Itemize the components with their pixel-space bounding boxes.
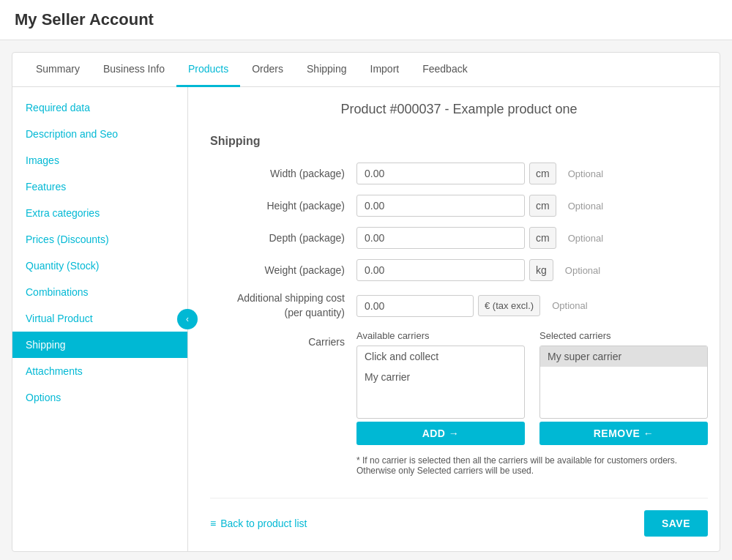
width-unit: cm: [529, 163, 556, 184]
chevron-left-icon: ‹: [186, 314, 189, 324]
additional-shipping-input[interactable]: [356, 295, 474, 317]
section-title: Shipping: [210, 135, 708, 148]
sidebar-item-images[interactable]: Images: [12, 147, 187, 173]
sidebar-item-virtual-product[interactable]: Virtual Product: [12, 305, 187, 332]
additional-shipping-label: Additional shipping cost (per quantity): [210, 291, 356, 320]
carriers-note: * If no carrier is selected then all the…: [356, 455, 708, 476]
weight-label: Weight (package): [210, 264, 356, 276]
additional-shipping-unit: € (tax excl.): [478, 295, 540, 316]
sidebar-item-combinations[interactable]: Combinations: [12, 279, 187, 305]
product-title: Product #000037 - Example product one: [210, 102, 708, 117]
depth-optional: Optional: [568, 233, 603, 244]
tab-orders[interactable]: Orders: [240, 53, 295, 87]
selected-carriers-listbox[interactable]: My super carrier: [539, 346, 708, 419]
sidebar-item-features[interactable]: Features: [12, 173, 187, 200]
depth-unit: cm: [529, 227, 556, 249]
tab-feedback[interactable]: Feedback: [411, 53, 479, 87]
tab-shipping[interactable]: Shipping: [295, 53, 359, 87]
sidebar-item-required-data[interactable]: Required data: [12, 94, 187, 121]
sidebar-item-description-seo[interactable]: Description and Seo: [12, 121, 187, 147]
sidebar-toggle[interactable]: ‹: [177, 309, 198, 329]
sidebar-item-options[interactable]: Options: [12, 384, 187, 411]
sidebar-item-shipping[interactable]: Shipping: [12, 332, 187, 358]
sidebar-item-prices-discounts[interactable]: Prices (Discounts): [12, 226, 187, 253]
depth-input[interactable]: [356, 227, 525, 249]
width-optional: Optional: [568, 168, 603, 179]
tab-products[interactable]: Products: [176, 53, 240, 87]
sidebar-item-extra-categories[interactable]: Extra categories: [12, 200, 187, 226]
height-input[interactable]: [356, 195, 525, 217]
width-label: Width (package): [210, 168, 356, 179]
width-input[interactable]: [356, 163, 525, 184]
carriers-label: Carriers: [210, 330, 356, 348]
remove-carrier-button[interactable]: REMOVE ←: [539, 422, 708, 445]
height-label: Height (package): [210, 200, 356, 212]
save-button[interactable]: SAVE: [644, 510, 708, 537]
weight-unit: kg: [529, 259, 553, 281]
additional-shipping-optional: Optional: [552, 300, 587, 311]
list-icon: ≡: [210, 518, 216, 529]
height-unit: cm: [529, 195, 556, 217]
weight-optional: Optional: [565, 265, 600, 276]
weight-input[interactable]: [356, 259, 525, 281]
back-to-product-list-link[interactable]: ≡ Back to product list: [210, 518, 307, 529]
tab-business-info[interactable]: Business Info: [92, 53, 176, 87]
tab-summary[interactable]: Summary: [24, 53, 92, 87]
page-title: My Seller Account: [15, 10, 717, 29]
back-label: Back to product list: [220, 518, 307, 529]
available-carrier-click-and-collect[interactable]: Click and collect: [357, 346, 524, 367]
height-optional: Optional: [568, 201, 603, 212]
selected-carriers-title: Selected carriers: [539, 330, 708, 341]
page-header: My Seller Account: [0, 0, 732, 40]
tabs-nav: SummaryBusiness InfoProductsOrdersShippi…: [12, 53, 720, 87]
available-carriers-title: Available carriers: [356, 330, 525, 341]
tab-import[interactable]: Import: [359, 53, 411, 87]
selected-carrier-my-super-carrier[interactable]: My super carrier: [540, 346, 707, 367]
available-carriers-listbox[interactable]: Click and collectMy carrier: [356, 346, 525, 419]
sidebar-item-quantity-stock[interactable]: Quantity (Stock): [12, 253, 187, 279]
depth-label: Depth (package): [210, 232, 356, 244]
sidebar: Required dataDescription and SeoImagesFe…: [12, 87, 188, 551]
add-carrier-button[interactable]: ADD →: [356, 422, 525, 445]
sidebar-item-attachments[interactable]: Attachments: [12, 358, 187, 384]
available-carrier-my-carrier[interactable]: My carrier: [357, 367, 524, 387]
